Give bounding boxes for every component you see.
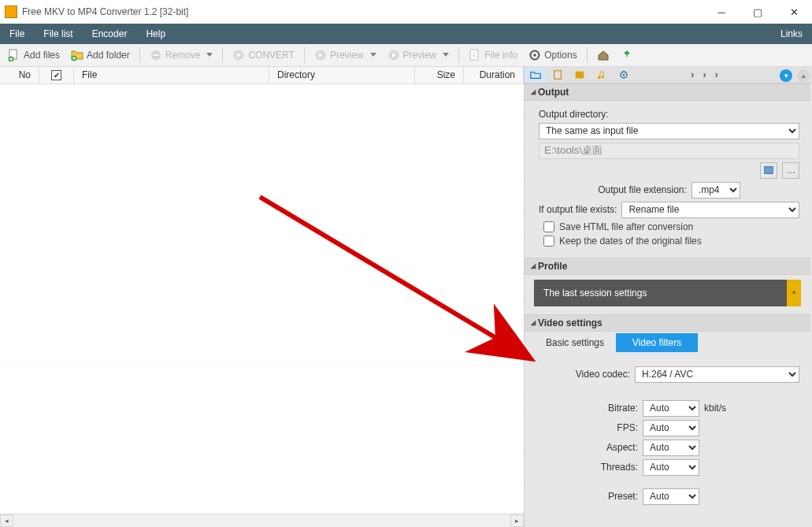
add-files-button[interactable]: Add files xyxy=(3,46,65,64)
options-button[interactable]: Options xyxy=(524,46,581,64)
aspect-select[interactable]: Auto xyxy=(643,440,699,456)
remove-button[interactable]: Remove xyxy=(145,46,218,64)
titlebar: Free MKV to MP4 Converter 1.2 [32-bit] ─… xyxy=(0,0,812,24)
column-no[interactable]: No xyxy=(0,67,39,84)
keep-dates-checkbox[interactable] xyxy=(543,236,554,247)
close-button[interactable]: ✕ xyxy=(776,0,812,24)
profile-main-button[interactable]: The last session settings xyxy=(534,280,787,306)
menu-file-list[interactable]: File list xyxy=(34,24,82,44)
svg-rect-16 xyxy=(765,167,773,174)
sidetab-more[interactable]: › › › xyxy=(680,67,732,83)
gear-icon xyxy=(618,69,629,80)
sidetab-video[interactable] xyxy=(569,67,591,83)
minimize-button[interactable]: ─ xyxy=(703,0,740,24)
main-area: No File Directory Size Duration ◂ ▸ xyxy=(0,67,812,527)
remove-icon xyxy=(150,49,162,61)
settings-scroll-area[interactable]: Output Output directory: The same as inp… xyxy=(525,84,812,527)
music-icon xyxy=(596,69,607,80)
file-info-label: File info xyxy=(484,50,517,61)
horizontal-scrollbar[interactable]: ◂ ▸ xyxy=(0,514,524,527)
browse-folder-button[interactable]: … xyxy=(782,162,799,179)
scroll-left-button[interactable]: ◂ xyxy=(0,514,13,527)
menu-encoder[interactable]: Encoder xyxy=(83,24,137,44)
home-button[interactable] xyxy=(592,46,614,64)
file-list-pane: No File Directory Size Duration ◂ ▸ xyxy=(0,67,525,527)
svg-rect-4 xyxy=(153,54,158,56)
convert-label: CONVERT xyxy=(248,50,294,61)
file-info-button[interactable]: i File info xyxy=(464,46,522,64)
settings-pane: › › › ▾ ▴ Output Output directory: The s… xyxy=(525,67,812,527)
menu-file[interactable]: File xyxy=(0,24,34,44)
video-header[interactable]: Video settings xyxy=(525,314,810,332)
play-icon xyxy=(232,49,245,61)
column-check[interactable] xyxy=(39,67,74,84)
save-html-checkbox[interactable] xyxy=(543,221,554,232)
svg-text:i: i xyxy=(473,50,475,59)
play-icon xyxy=(387,49,400,61)
column-size[interactable]: Size xyxy=(415,67,464,84)
add-folder-button[interactable]: Add folder xyxy=(66,46,135,64)
open-folder-icon xyxy=(763,165,774,176)
convert-button[interactable]: CONVERT xyxy=(228,46,298,64)
info-icon: i xyxy=(469,49,481,61)
profile-dropdown-button[interactable]: ▾ xyxy=(787,280,801,306)
output-dir-select[interactable]: The same as input file xyxy=(539,123,799,139)
preview-label-1: Preview xyxy=(330,50,364,61)
file-table-header: No File Directory Size Duration xyxy=(0,67,524,84)
output-exists-label: If output file exists: xyxy=(539,204,617,215)
aspect-label: Aspect: xyxy=(588,442,638,453)
preview-button-2[interactable]: Preview xyxy=(383,46,454,64)
profile-header[interactable]: Profile xyxy=(525,258,810,275)
chevron-down-icon xyxy=(206,53,213,57)
scroll-up-circle[interactable]: ▴ xyxy=(797,69,810,82)
preview-button-1[interactable]: Preview xyxy=(310,46,381,64)
side-tab-bar: › › › ▾ ▴ xyxy=(525,67,812,84)
fps-select[interactable]: Auto xyxy=(643,420,699,436)
column-file[interactable]: File xyxy=(74,67,269,84)
add-files-label: Add files xyxy=(24,50,60,61)
menu-help[interactable]: Help xyxy=(136,24,175,44)
video-section: Video codec: H.264 / AVC Bitrate: Auto k… xyxy=(525,352,810,527)
maximize-button[interactable]: ▢ xyxy=(740,0,776,24)
preset-label: Preset: xyxy=(588,491,638,502)
pin-button[interactable] xyxy=(616,46,638,64)
output-path-input[interactable] xyxy=(539,143,799,159)
sidetab-output[interactable] xyxy=(525,67,547,83)
svg-rect-12 xyxy=(554,70,562,79)
toolbar: Add files Add folder Remove CONVERT Prev… xyxy=(0,44,812,67)
video-subtabs: Basic settings Video filters xyxy=(534,333,801,352)
video-codec-select[interactable]: H.264 / AVC xyxy=(635,366,799,383)
file-table-body[interactable] xyxy=(0,84,524,514)
tab-video-filters[interactable]: Video filters xyxy=(616,333,698,352)
output-header[interactable]: Output xyxy=(525,84,810,101)
bitrate-unit: kbit/s xyxy=(704,403,726,414)
add-folder-icon xyxy=(71,49,83,61)
svg-rect-13 xyxy=(576,71,584,78)
scroll-down-circle[interactable]: ▾ xyxy=(780,69,792,82)
output-exists-select[interactable]: Rename file xyxy=(621,202,799,218)
check-icon xyxy=(51,70,61,80)
bitrate-label: Bitrate: xyxy=(588,403,638,414)
menu-links[interactable]: Links xyxy=(771,24,812,44)
preset-select[interactable]: Auto xyxy=(643,488,699,505)
add-file-icon xyxy=(8,49,20,61)
sidetab-settings[interactable] xyxy=(613,67,635,83)
output-ext-select[interactable]: .mp4 xyxy=(691,182,740,199)
threads-select[interactable]: Auto xyxy=(643,459,699,476)
app-icon xyxy=(5,6,17,18)
folder-icon xyxy=(530,69,541,80)
tab-basic-settings[interactable]: Basic settings xyxy=(534,333,616,352)
bitrate-select[interactable]: Auto xyxy=(643,400,699,417)
sidetab-audio[interactable] xyxy=(591,67,613,83)
document-icon xyxy=(552,69,563,80)
scroll-right-button[interactable]: ▸ xyxy=(510,514,524,527)
column-directory[interactable]: Directory xyxy=(269,67,415,84)
film-icon xyxy=(574,69,585,80)
play-icon xyxy=(314,49,327,61)
preview-label-2: Preview xyxy=(403,50,437,61)
fps-label: FPS: xyxy=(588,422,638,433)
menubar: File File list Encoder Help Links xyxy=(0,24,812,44)
column-duration[interactable]: Duration xyxy=(464,67,524,84)
sidetab-list[interactable] xyxy=(547,67,569,83)
open-folder-button[interactable] xyxy=(760,162,777,179)
